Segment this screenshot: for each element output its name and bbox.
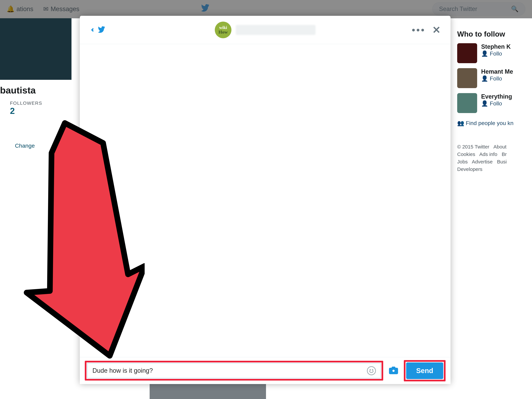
who-to-follow-item: Hemant Me 👤Follo xyxy=(457,68,532,88)
follow-user-icon: 👤 xyxy=(481,75,488,82)
conversation-recipient[interactable]: wiki How xyxy=(215,22,316,38)
suggestion-name[interactable]: Everything xyxy=(481,93,512,100)
avatar-text-top: wiki xyxy=(219,25,227,30)
who-to-follow-item: Everything 👤Follo xyxy=(457,93,532,113)
twitter-bird-icon[interactable] xyxy=(200,4,210,14)
footer-link[interactable]: Busi xyxy=(497,159,507,165)
find-people-link[interactable]: 👥 Find people you kn xyxy=(457,120,532,126)
modal-footer: Send xyxy=(80,357,450,384)
profile-name: bautista xyxy=(0,80,71,101)
footer-link[interactable]: Br xyxy=(502,152,507,157)
avatar[interactable] xyxy=(457,43,477,63)
footer-link[interactable]: Advertise xyxy=(472,159,493,165)
footer-link[interactable]: Developers xyxy=(457,166,482,172)
footer-link[interactable]: Jobs xyxy=(457,159,468,165)
who-to-follow-title: Who to follow xyxy=(457,30,532,38)
recipient-avatar: wiki How xyxy=(215,22,231,38)
more-options-button[interactable]: ••• xyxy=(412,25,426,35)
avatar-text-bottom: How xyxy=(218,30,228,34)
send-button[interactable]: Send xyxy=(406,362,443,379)
recipient-name-redacted xyxy=(236,25,316,35)
follow-button[interactable]: 👤Follo xyxy=(481,75,513,82)
avatar[interactable] xyxy=(457,68,477,88)
bell-icon: 🔔 xyxy=(7,5,14,13)
envelope-icon: ✉ xyxy=(43,5,49,13)
attach-photo-button[interactable] xyxy=(388,366,399,376)
smiley-icon xyxy=(369,371,374,373)
change-link[interactable]: Change xyxy=(0,142,71,149)
footer-copyright: © 2015 Twitter xyxy=(457,144,489,149)
direct-message-modal: wiki How ••• ✕ xyxy=(80,16,450,384)
profile-sidebar: bautista FOLLOWERS 2 Change xyxy=(0,18,71,149)
close-button[interactable]: ✕ xyxy=(432,24,441,36)
message-input[interactable] xyxy=(87,363,381,378)
ellipsis-icon: ••• xyxy=(412,25,426,35)
timeline-image xyxy=(150,384,266,399)
follow-button[interactable]: 👤Follo xyxy=(481,100,512,107)
top-navbar: 🔔 ations ✉ Messages Search Twitter 🔍 xyxy=(0,0,532,18)
back-button[interactable] xyxy=(90,25,106,34)
follow-user-icon: 👤 xyxy=(481,100,488,107)
search-icon: 🔍 xyxy=(511,6,519,13)
avatar[interactable] xyxy=(457,93,477,113)
nav-messages-label: Messages xyxy=(51,6,79,13)
close-icon: ✕ xyxy=(432,25,441,36)
nav-notifications-label: ations xyxy=(16,6,33,13)
twitter-bird-icon xyxy=(97,26,106,34)
follow-button[interactable]: 👤Follo xyxy=(481,50,511,57)
message-input-highlight xyxy=(85,361,383,380)
footer-links: © 2015 Twitter About Cookies Ads info Br… xyxy=(457,143,532,173)
who-to-follow-item: Stephen K 👤Follo xyxy=(457,43,532,63)
people-icon: 👥 xyxy=(457,120,466,126)
footer-link[interactable]: About xyxy=(494,144,507,149)
emoji-picker-button[interactable] xyxy=(367,366,376,375)
footer-link[interactable]: Cookies xyxy=(457,152,475,157)
profile-cover-image xyxy=(0,18,71,80)
followers-count[interactable]: 2 xyxy=(0,106,71,116)
footer-link[interactable]: Ads info xyxy=(479,152,497,157)
conversation-body xyxy=(80,44,450,357)
camera-icon xyxy=(388,366,399,375)
search-placeholder: Search Twitter xyxy=(439,6,477,13)
suggestion-name[interactable]: Hemant Me xyxy=(481,68,513,75)
suggestion-name[interactable]: Stephen K xyxy=(481,43,511,50)
svg-point-0 xyxy=(392,369,395,372)
nav-notifications[interactable]: 🔔 ations xyxy=(7,5,33,13)
follow-user-icon: 👤 xyxy=(481,50,488,57)
who-to-follow-panel: Who to follow Stephen K 👤Follo Hemant Me… xyxy=(457,30,532,173)
send-button-highlight: Send xyxy=(404,360,446,381)
nav-messages[interactable]: ✉ Messages xyxy=(43,5,79,13)
chevron-left-icon xyxy=(90,25,95,34)
modal-header: wiki How ••• ✕ xyxy=(80,16,450,44)
search-input[interactable]: Search Twitter 🔍 xyxy=(432,2,525,16)
followers-label: FOLLOWERS xyxy=(0,101,71,106)
